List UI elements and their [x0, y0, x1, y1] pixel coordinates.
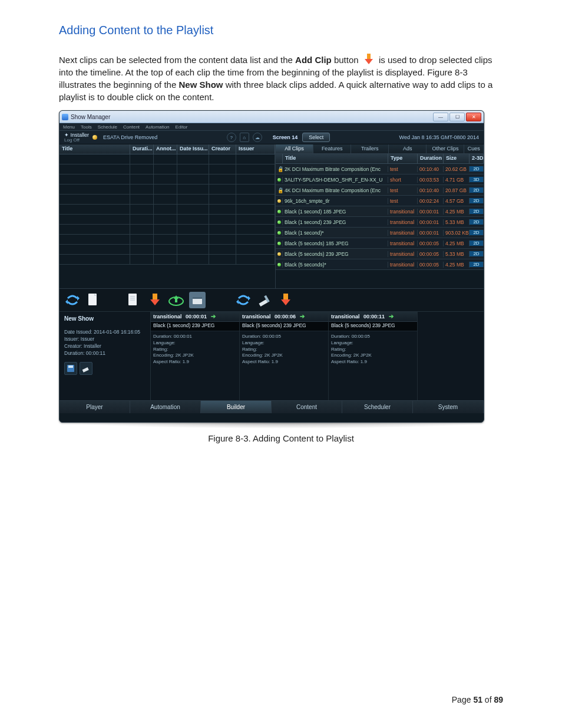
svg-marker-1 [365, 59, 373, 64]
tab-cues[interactable]: Cues [464, 144, 484, 154]
col-issuer[interactable]: Issuer [236, 144, 275, 154]
menu-item[interactable]: Automation [146, 124, 169, 130]
col-content-type[interactable]: Type [388, 154, 418, 163]
clip-timecode: 00:00:11 [361, 312, 387, 321]
tab-automation[interactable]: Automation [130, 400, 201, 413]
col-content-duration[interactable]: Duration [418, 154, 444, 163]
content-row[interactable]: Black (5 seconds) 239 JPEGtransitional00… [276, 249, 484, 259]
clear-show-icon[interactable] [80, 362, 92, 375]
content-type: short [388, 177, 418, 183]
select-button[interactable]: Select [302, 133, 330, 142]
tab-trailers[interactable]: Trailers [351, 144, 389, 154]
status-dot-icon [276, 209, 283, 215]
content-row[interactable]: 🔒4K DCI Maximum Bitrate Composition (Enc… [276, 185, 484, 196]
clip-timecode: 00:00:06 [272, 312, 298, 321]
col-date-issued[interactable]: Date Issu... [177, 144, 209, 154]
status-dot-icon [276, 198, 283, 204]
figure-caption: Figure 8-3. Adding Content to Playlist [59, 433, 503, 443]
page-footer: Page 51 of 89 [452, 695, 503, 704]
tab-all-clips[interactable]: All Clips [276, 144, 313, 154]
content-duration: 00:00:05 [418, 262, 444, 268]
col-annot[interactable]: Annot... [154, 144, 177, 154]
show-info-panel: New Show Date Issued: 2014-01-08 16:16:0… [59, 312, 151, 400]
content-2d3d-badge: 2D [470, 262, 484, 267]
playlist-file-icon[interactable] [85, 292, 102, 308]
edit-content-icon[interactable] [256, 292, 273, 308]
content-row[interactable]: 3ALITY-SPLASH-DEMO_SHR_F_EN-XX_Ushort00:… [276, 174, 484, 185]
col-duration[interactable]: Durati... [130, 144, 154, 154]
col-title[interactable]: Title [59, 144, 130, 154]
content-title: Black (5 seconds)* [283, 262, 388, 268]
content-2d3d-badge: 2D [470, 219, 484, 225]
help-icon[interactable]: ? [227, 133, 236, 142]
drive-status-icon [92, 135, 97, 140]
upload-cloud-icon[interactable] [168, 292, 184, 308]
menu-item[interactable]: Menu [63, 124, 75, 130]
col-content-size[interactable]: Size [444, 154, 470, 163]
calendar-icon[interactable] [189, 292, 206, 308]
timeline-clip[interactable]: transitional 00:00:11 ➔ Black (5 seconds… [329, 312, 418, 400]
arrow-right-icon: ➔ [300, 313, 307, 319]
add-clip-button[interactable] [277, 292, 294, 308]
refresh-playlist-icon[interactable] [64, 292, 81, 308]
content-size: 20.62 GB [444, 166, 470, 172]
timeline-empty[interactable] [418, 312, 484, 400]
content-row[interactable]: 🔒2K DCI Maximum Bitrate Composition (Enc… [276, 164, 484, 174]
tab-builder[interactable]: Builder [201, 400, 272, 413]
clip-title: Black (5 seconds) 239 JPEG [240, 322, 328, 331]
window-title: Show Manager [71, 114, 110, 120]
content-size: 20.87 GB [444, 187, 470, 193]
content-title: 96k_16ch_smpte_tlr [283, 198, 388, 204]
svg-marker-22 [281, 299, 290, 305]
content-2d3d-badge: 2D [470, 166, 484, 172]
lock-icon: 🔒 [276, 166, 283, 172]
col-content-title[interactable]: Title [283, 154, 388, 163]
refresh-content-icon[interactable] [235, 292, 252, 308]
content-type: test [388, 187, 418, 193]
tab-ads[interactable]: Ads [389, 144, 427, 154]
content-2d3d-badge: 2D [470, 251, 484, 256]
content-row[interactable]: Black (1 second) 239 JPEGtransitional00:… [276, 217, 484, 228]
window-maximize-button[interactable]: ☐ [449, 113, 465, 121]
menu-item[interactable]: Tools [81, 124, 92, 130]
svg-rect-25 [82, 367, 89, 373]
col-content-2d3d[interactable]: 2-3D [470, 154, 484, 163]
menu-item[interactable]: Schedule [98, 124, 117, 130]
tab-system[interactable]: System [413, 400, 484, 413]
content-row[interactable]: Black (1 second) 185 JPEGtransitional00:… [276, 206, 484, 217]
content-type: transitional [388, 251, 418, 257]
tab-features[interactable]: Features [313, 144, 351, 154]
show-duration: Duration: 00:00:11 [64, 350, 146, 357]
content-type: transitional [388, 230, 418, 236]
content-row[interactable]: 96k_16ch_smpte_tlrtest00:02:244.57 GB2D [276, 196, 484, 206]
logoff-link[interactable]: Log Off [64, 138, 89, 143]
menu-item[interactable]: Editor [176, 124, 188, 130]
content-type: transitional [388, 219, 418, 225]
content-row[interactable]: Black (5 seconds)*transitional00:00:054.… [276, 259, 484, 270]
menu-item[interactable]: Content [123, 124, 140, 130]
content-row[interactable]: Black (5 seconds) 185 JPEGtransitional00… [276, 238, 484, 249]
storage-icon[interactable]: ⌂ [240, 133, 249, 142]
timeline[interactable]: transitional 00:00:01 ➔ Black (1 second)… [151, 312, 484, 400]
svg-marker-11 [150, 299, 160, 305]
playlist-table-body [59, 154, 275, 288]
tab-player[interactable]: Player [59, 400, 130, 413]
content-title: Black (1 second)* [283, 230, 388, 236]
cloud-icon[interactable]: ☁ [253, 133, 262, 142]
content-duration: 00:00:01 [418, 209, 444, 215]
content-file-icon[interactable] [125, 292, 142, 308]
window-close-button[interactable]: ✕ [466, 113, 481, 121]
content-duration: 00:00:01 [418, 230, 444, 236]
save-show-icon[interactable] [64, 362, 77, 375]
tab-other-clips[interactable]: Other Clips [427, 144, 464, 154]
tab-scheduler[interactable]: Scheduler [342, 400, 413, 413]
tab-content[interactable]: Content [272, 400, 342, 413]
para-text: button [332, 55, 361, 65]
col-creator[interactable]: Creator [209, 144, 236, 154]
timeline-clip[interactable]: transitional 00:00:06 ➔ Black (5 seconds… [240, 312, 329, 400]
window-minimize-button[interactable]: — [433, 113, 448, 121]
timeline-clip[interactable]: transitional 00:00:01 ➔ Black (1 second)… [151, 312, 240, 400]
add-clip-down-icon[interactable] [147, 292, 163, 308]
playlist-table: Title Durati... Annot... Date Issu... Cr… [59, 144, 276, 288]
content-row[interactable]: Black (1 second)*transitional00:00:01903… [276, 228, 484, 238]
